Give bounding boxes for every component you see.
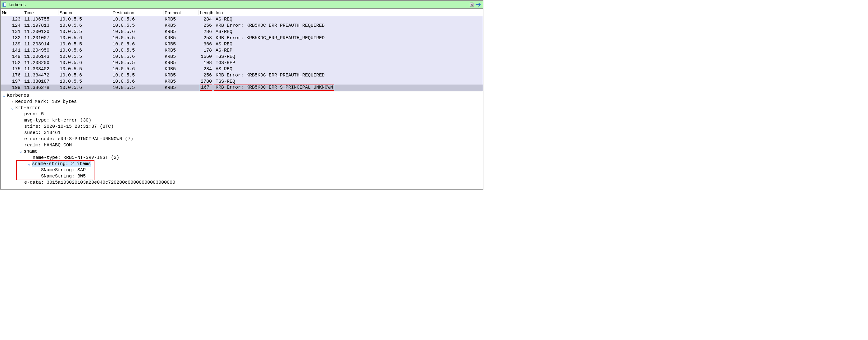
cell-no: 141 — [1, 48, 23, 53]
bookmark-icon[interactable] — [2, 2, 7, 7]
cell-destination: 10.0.5.5 — [111, 85, 163, 90]
cell-no: 152 — [1, 60, 23, 66]
susec[interactable]: susec: 313461 — [24, 130, 61, 135]
cell-source: 10.0.5.5 — [58, 66, 111, 72]
realm[interactable]: realm: HANABQ.COM — [24, 143, 72, 148]
col-time[interactable]: Time — [23, 10, 58, 15]
cell-time: 11.208200 — [23, 60, 58, 66]
cell-time: 11.203914 — [23, 42, 58, 47]
cell-no: 197 — [1, 79, 23, 84]
packet-row[interactable]: 19711.38018710.0.5.510.0.5.6KRB52780TGS-… — [1, 78, 483, 85]
cell-destination: 10.0.5.5 — [111, 73, 163, 78]
packet-row[interactable]: 12311.19675510.0.5.510.0.5.6KRB5284AS-RE… — [1, 16, 483, 22]
chevron-down-icon[interactable]: ⌄ — [19, 149, 23, 155]
krb-error-node[interactable]: krb-error — [15, 105, 40, 111]
cell-protocol: KRB5 — [163, 60, 199, 66]
error-code[interactable]: error-code: eRR-S-PRINCIPAL-UNKNOWN (7) — [24, 136, 133, 142]
col-protocol[interactable]: Protocol — [163, 10, 199, 15]
cell-source: 10.0.5.6 — [58, 85, 111, 90]
packet-list-body[interactable]: 12311.19675510.0.5.510.0.5.6KRB5284AS-RE… — [1, 16, 483, 91]
cell-length: 178 — [199, 48, 214, 53]
col-source[interactable]: Source — [58, 10, 111, 15]
sname-node[interactable]: sname — [24, 149, 38, 154]
cell-info: KRB Error: KRB5KDC_ERR_PREAUTH_REQUIRED — [214, 73, 483, 78]
cell-length: 2780 — [199, 79, 214, 84]
packet-row[interactable]: 19911.38627810.0.5.610.0.5.5KRB5167KRB E… — [1, 85, 483, 91]
cell-source: 10.0.5.5 — [58, 42, 111, 47]
cell-no: 139 — [1, 42, 23, 47]
packet-row[interactable]: 17611.33447210.0.5.610.0.5.5KRB5256KRB E… — [1, 72, 483, 78]
cell-info: KRB Error: KRB5KDC_ERR_PREAUTH_REQUIRED — [214, 35, 483, 41]
cell-info: TGS-REQ — [214, 54, 483, 59]
e-data[interactable]: e-data: 3015a103020103a20e040c720200c000… — [24, 180, 175, 185]
clear-filter-button[interactable] — [468, 2, 475, 8]
cell-info: AS-REP — [214, 48, 483, 53]
cell-length: 258 — [199, 35, 214, 41]
cell-protocol: KRB5 — [163, 29, 199, 34]
cell-no: 131 — [1, 29, 23, 34]
cell-destination: 10.0.5.6 — [111, 17, 163, 22]
chevron-down-icon[interactable]: ⌄ — [2, 93, 6, 99]
cell-info: AS-REQ — [214, 17, 483, 22]
cell-protocol: KRB5 — [163, 85, 199, 90]
packet-row[interactable]: 13211.20100710.0.5.610.0.5.5KRB5258KRB E… — [1, 35, 483, 41]
cell-length: 167 — [199, 85, 214, 91]
chevron-down-icon[interactable]: ⌄ — [10, 105, 14, 111]
cell-length: 284 — [199, 66, 214, 72]
cell-length: 366 — [199, 42, 214, 47]
cell-length: 1660 — [199, 54, 214, 59]
stime[interactable]: stime: 2020-10-15 20:31:37 (UTC) — [24, 124, 114, 129]
cell-info: TGS-REP — [214, 60, 483, 66]
name-type[interactable]: name-type: kRB5-NT-SRV-INST (2) — [33, 155, 119, 160]
cell-destination: 10.0.5.6 — [111, 54, 163, 59]
cell-protocol: KRB5 — [163, 54, 199, 59]
cell-info: TGS-REQ — [214, 79, 483, 84]
packet-row[interactable]: 15211.20820010.0.5.610.0.5.5KRB5198TGS-R… — [1, 60, 483, 66]
msg-type[interactable]: msg-type: krb-error (30) — [24, 118, 91, 123]
cell-length: 256 — [199, 23, 214, 28]
cell-protocol: KRB5 — [163, 73, 199, 78]
packet-row[interactable]: 14111.20495010.0.5.610.0.5.5KRB5178AS-RE… — [1, 47, 483, 54]
display-filter-input[interactable] — [7, 2, 468, 8]
cell-source: 10.0.5.5 — [58, 29, 111, 34]
cell-time: 11.380187 — [23, 79, 58, 84]
record-mark[interactable]: Record Mark: 109 bytes — [15, 99, 77, 104]
proto-root[interactable]: Kerberos — [7, 93, 29, 98]
cell-info: AS-REQ — [214, 29, 483, 34]
pvno[interactable]: pvno: 5 — [24, 112, 44, 117]
cell-info: KRB Error: KRB5KDC_ERR_S_PRINCIPAL_UNKNO… — [214, 85, 483, 91]
cell-destination: 10.0.5.6 — [111, 66, 163, 72]
cell-info: AS-REQ — [214, 66, 483, 72]
cell-time: 11.334472 — [23, 73, 58, 78]
cell-protocol: KRB5 — [163, 23, 199, 28]
cell-time: 11.197813 — [23, 23, 58, 28]
col-no[interactable]: No. — [1, 10, 23, 15]
cell-no: 132 — [1, 35, 23, 41]
col-destination[interactable]: Destination — [111, 10, 163, 15]
cell-source: 10.0.5.6 — [58, 23, 111, 28]
packet-row[interactable]: 17511.33340210.0.5.510.0.5.6KRB5284AS-RE… — [1, 66, 483, 72]
packet-row[interactable]: 12411.19781310.0.5.610.0.5.5KRB5256KRB E… — [1, 22, 483, 29]
cell-protocol: KRB5 — [163, 66, 199, 72]
apply-filter-button[interactable] — [475, 2, 482, 8]
packet-list-header[interactable]: No. Time Source Destination Protocol Len… — [1, 9, 483, 16]
cell-no: 149 — [1, 54, 23, 59]
packet-list-pane: No. Time Source Destination Protocol Len… — [1, 9, 483, 91]
cell-time: 11.204950 — [23, 48, 58, 53]
packet-row[interactable]: 14911.20614310.0.5.510.0.5.6KRB51660TGS-… — [1, 54, 483, 60]
cell-source: 10.0.5.5 — [58, 17, 111, 22]
packet-row[interactable]: 13111.20012010.0.5.510.0.5.6KRB5286AS-RE… — [1, 29, 483, 35]
cell-source: 10.0.5.6 — [58, 35, 111, 41]
cell-source: 10.0.5.6 — [58, 48, 111, 53]
col-info[interactable]: Info — [214, 10, 483, 15]
cell-source: 10.0.5.6 — [58, 60, 111, 66]
cell-time: 11.333402 — [23, 66, 58, 72]
cell-time: 11.196755 — [23, 17, 58, 22]
cell-length: 284 — [199, 17, 214, 22]
chevron-right-icon[interactable]: › — [10, 99, 14, 105]
cell-protocol: KRB5 — [163, 79, 199, 84]
col-length[interactable]: Length — [199, 10, 214, 15]
highlight-box-info: KRB Error: KRB5KDC_ERR_S_PRINCIPAL_UNKNO… — [214, 85, 334, 91]
packet-row[interactable]: 13911.20391410.0.5.510.0.5.6KRB5366AS-RE… — [1, 41, 483, 47]
cell-info: KRB Error: KRB5KDC_ERR_PREAUTH_REQUIRED — [214, 23, 483, 28]
